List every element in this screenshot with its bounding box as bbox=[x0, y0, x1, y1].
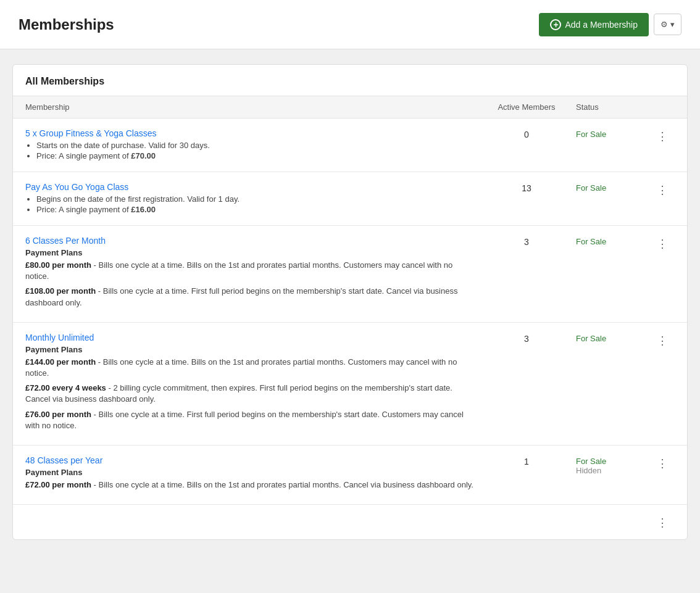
actions-cell: ⋮ bbox=[650, 182, 675, 197]
active-members-value: 3 bbox=[477, 333, 576, 344]
status-cell: For Sale bbox=[576, 236, 650, 246]
status-badge: For Sale bbox=[576, 183, 606, 193]
top-bar: Memberships + Add a Membership ⚙ ▾ bbox=[0, 0, 700, 49]
membership-details: Monthly Unlimited Payment Plans £144.00 … bbox=[25, 333, 477, 435]
membership-details: 6 Classes Per Month Payment Plans £80.00… bbox=[25, 236, 477, 312]
settings-button[interactable]: ⚙ ▾ bbox=[654, 14, 681, 35]
list-item: Starts on the date of purchase. Valid fo… bbox=[36, 141, 477, 150]
membership-details: 5 x Group Fitness & Yoga Classes Starts … bbox=[25, 128, 477, 162]
membership-name-link[interactable]: 6 Classes Per Month bbox=[25, 236, 477, 246]
main-content: All Memberships Membership Active Member… bbox=[0, 49, 700, 555]
membership-name-link[interactable]: 48 Classes per Year bbox=[25, 455, 477, 465]
active-members-value: 0 bbox=[477, 128, 576, 139]
row-actions-button[interactable]: ⋮ bbox=[654, 130, 671, 143]
table-header: Membership Active Members Status bbox=[13, 96, 687, 118]
table-row: 6 Classes Per Month Payment Plans £80.00… bbox=[13, 226, 687, 323]
membership-details: 48 Classes per Year Payment Plans £72.00… bbox=[25, 455, 477, 494]
plus-circle-icon: + bbox=[550, 19, 561, 30]
payment-plans-label: Payment Plans bbox=[25, 468, 477, 477]
table-row: Pay As You Go Yoga Class Begins on the d… bbox=[13, 172, 687, 226]
row-actions-button[interactable]: ⋮ bbox=[654, 183, 671, 197]
gear-icon: ⚙ bbox=[660, 20, 668, 29]
page-title: Memberships bbox=[19, 16, 114, 33]
plan-detail: £80.00 per month - Bills one cycle at a … bbox=[25, 260, 477, 282]
actions-cell: ⋮ bbox=[650, 333, 675, 347]
row-actions-button[interactable]: ⋮ bbox=[654, 457, 671, 470]
membership-name-link[interactable]: Monthly Unlimited bbox=[25, 333, 477, 342]
table-row: 5 x Group Fitness & Yoga Classes Starts … bbox=[13, 118, 687, 172]
active-members-value: 1 bbox=[477, 455, 576, 467]
active-members-value: 13 bbox=[477, 182, 576, 193]
row-actions-button[interactable]: ⋮ bbox=[654, 237, 671, 251]
list-item: Price: A single payment of £16.00 bbox=[36, 205, 477, 214]
actions-cell: ⋮ bbox=[650, 515, 675, 529]
status-hidden-badge: Hidden bbox=[576, 466, 601, 475]
col-membership: Membership bbox=[25, 102, 477, 112]
plan-detail: £72.00 per month - Bills one cycle at a … bbox=[25, 479, 477, 491]
status-cell: For Sale bbox=[576, 333, 650, 343]
payment-plans-label: Payment Plans bbox=[25, 345, 477, 354]
col-active-members: Active Members bbox=[477, 102, 576, 112]
payment-plans-label: Payment Plans bbox=[25, 248, 477, 257]
col-actions bbox=[650, 102, 675, 112]
membership-details: Pay As You Go Yoga Class Begins on the d… bbox=[25, 182, 477, 215]
membership-name-link[interactable]: 5 x Group Fitness & Yoga Classes bbox=[25, 128, 477, 138]
status-for-sale-badge: For Sale bbox=[576, 457, 606, 466]
table-row-empty: ⋮ bbox=[13, 505, 687, 539]
active-members-value: 3 bbox=[477, 236, 576, 247]
add-membership-button[interactable]: + Add a Membership bbox=[539, 13, 649, 36]
status-badge: For Sale bbox=[576, 237, 606, 246]
card-header: All Memberships bbox=[13, 65, 687, 96]
row-actions-button[interactable]: ⋮ bbox=[654, 334, 671, 347]
membership-bullets: Begins on the date of the first registra… bbox=[25, 194, 477, 214]
add-membership-label: Add a Membership bbox=[565, 20, 638, 30]
membership-bullets: Starts on the date of purchase. Valid fo… bbox=[25, 141, 477, 160]
list-item: Price: A single payment of £70.00 bbox=[36, 151, 477, 160]
table-row: 48 Classes per Year Payment Plans £72.00… bbox=[13, 446, 687, 505]
status-badge: For Sale bbox=[576, 130, 606, 139]
list-item: Begins on the date of the first registra… bbox=[36, 194, 477, 204]
actions-cell: ⋮ bbox=[650, 455, 675, 470]
plan-detail: £108.00 per month - Bills one cycle at a… bbox=[25, 286, 477, 308]
plan-detail: £72.00 every 4 weeks - 2 billing cycle c… bbox=[25, 383, 477, 405]
status-cell: For Sale bbox=[576, 182, 650, 193]
chevron-down-icon: ▾ bbox=[670, 20, 675, 29]
membership-name-link[interactable]: Pay As You Go Yoga Class bbox=[25, 182, 477, 192]
status-cell: For Sale Hidden bbox=[576, 455, 650, 475]
status-cell: For Sale bbox=[576, 128, 650, 139]
plan-detail: £144.00 per month - Bills one cycle at a… bbox=[25, 357, 477, 379]
col-status: Status bbox=[576, 102, 650, 112]
plan-detail: £76.00 per month - Bills one cycle at a … bbox=[25, 409, 477, 431]
memberships-card: All Memberships Membership Active Member… bbox=[12, 64, 688, 540]
row-actions-button[interactable]: ⋮ bbox=[654, 516, 671, 529]
status-badge: For Sale bbox=[576, 334, 606, 343]
actions-cell: ⋮ bbox=[650, 128, 675, 143]
table-row: Monthly Unlimited Payment Plans £144.00 … bbox=[13, 323, 687, 446]
actions-cell: ⋮ bbox=[650, 236, 675, 251]
top-bar-actions: + Add a Membership ⚙ ▾ bbox=[539, 13, 681, 36]
